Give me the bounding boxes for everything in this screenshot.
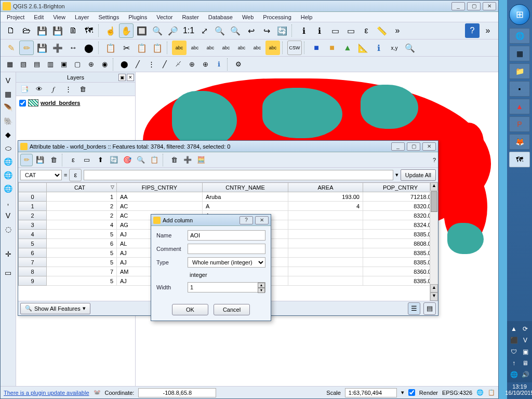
info-icon[interactable]: ℹ [371, 41, 386, 55]
toggle-editing-icon[interactable]: ✏ [19, 41, 34, 55]
copy-rows-icon[interactable]: 📋 [148, 154, 161, 166]
taskbar-powerpoint-icon[interactable]: P [509, 116, 530, 132]
filter-icon[interactable]: 𝑓 [47, 83, 60, 96]
crosshair-icon[interactable]: ✛ [2, 248, 15, 260]
close-button[interactable]: ✕ [255, 216, 269, 224]
split-icon[interactable]: ⸓ [172, 58, 184, 71]
cell-pop[interactable]: 8385.00 [363, 230, 438, 239]
zoom-out-icon[interactable]: 🔎 [166, 23, 180, 38]
zoom-native-icon[interactable]: 1:1 [181, 23, 196, 38]
add-delimited-icon[interactable]: ▢ [71, 58, 84, 71]
cell-cat[interactable]: 2 [47, 202, 117, 211]
taskbar-gimp-icon[interactable]: 🦊 [509, 134, 530, 150]
new-column-icon[interactable]: ➕ [181, 154, 194, 166]
row-header[interactable]: 5 [19, 239, 47, 248]
vertical-scrollbar[interactable]: ▲ ▲ ▼ [430, 182, 438, 301]
tray-icon[interactable]: 🖥 [521, 358, 530, 368]
scale-field[interactable]: 1:63,760,494 [345, 388, 397, 397]
cell-cat[interactable]: 1 [47, 192, 117, 202]
find-globe-icon[interactable]: 🔍 [403, 41, 417, 55]
current-edits-icon[interactable]: ✎ [4, 41, 18, 55]
cell-cat[interactable]: 5 [47, 230, 117, 239]
add-postgis-icon[interactable]: 🐘 [2, 115, 15, 127]
cell-area[interactable] [288, 276, 363, 286]
start-button[interactable]: ⊞ [509, 4, 530, 25]
cell-cat[interactable]: 7 [47, 267, 117, 276]
print-composer-icon[interactable]: 🗎 [66, 23, 81, 38]
identify-select-icon[interactable]: ℹ [312, 23, 327, 38]
menu-plugins[interactable]: Plugins [124, 13, 151, 21]
expression-icon[interactable]: ε [69, 169, 82, 181]
cell-cat[interactable]: 4 [47, 220, 117, 230]
cell-fips[interactable]: AA [117, 192, 203, 202]
label-icon[interactable]: abc [250, 41, 264, 55]
scroll-down-icon[interactable]: ▼ [430, 292, 438, 301]
label-icon[interactable]: abc [234, 41, 249, 55]
expand-icon[interactable]: ⋮ [62, 83, 74, 96]
log-icon[interactable]: 📋 [488, 389, 495, 396]
ok-button[interactable]: OK [172, 304, 208, 315]
tray-icon[interactable]: ⬛ [509, 336, 518, 345]
close-button[interactable]: ✕ [483, 2, 496, 10]
polygon-icon[interactable]: ▲ [340, 41, 355, 55]
overflow-icon[interactable]: » [481, 23, 495, 38]
color-curve-icon[interactable]: ■ [325, 41, 339, 55]
label-icon[interactable]: abc [172, 41, 187, 55]
dialog-titlebar[interactable]: Add column ? ✕ [151, 215, 271, 226]
browse-icon[interactable]: ▭ [2, 267, 15, 279]
open-project-icon[interactable]: 🗁 [19, 23, 34, 38]
cell-pop[interactable]: 71218.00 [363, 192, 438, 202]
label-icon[interactable]: abc [203, 41, 218, 55]
add-wms-icon[interactable]: 🌐 [2, 155, 15, 168]
delete-selected-icon[interactable]: 🗑 [47, 154, 60, 166]
table-row[interactable]: 12ACA48320.00 [19, 202, 438, 211]
save-as-icon[interactable]: 💾 [50, 23, 65, 38]
row-header[interactable]: 7 [19, 258, 47, 267]
delete-column-icon[interactable]: 🗑 [168, 154, 180, 166]
zoom-next-icon[interactable]: ↪ [259, 23, 274, 38]
tray-icon[interactable]: V [521, 336, 530, 345]
cell-area[interactable] [288, 248, 363, 258]
tray-icon[interactable]: ▣ [521, 347, 530, 356]
zoom-full-icon[interactable]: ⤢ [197, 23, 211, 38]
add-oracle-icon[interactable]: ◉ [98, 58, 111, 71]
scroll-up-icon[interactable]: ▲ [430, 284, 438, 292]
cell-cat[interactable]: 5 [47, 276, 117, 286]
taskbar-chrome-icon[interactable]: 🌐 [509, 28, 530, 44]
taskbar-clock[interactable]: 13:19 16/10/2015 [505, 382, 532, 399]
layer-visibility-checkbox[interactable] [19, 100, 26, 107]
cell-area[interactable] [288, 267, 363, 276]
cell-pop[interactable]: 8808.00 [363, 239, 438, 248]
row-header[interactable]: 3 [19, 220, 47, 230]
refresh-icon[interactable]: 🔄 [275, 23, 289, 38]
color-icon[interactable]: ■ [309, 41, 324, 55]
scale-dropdown-icon[interactable]: ▾ [401, 389, 404, 396]
table-row[interactable]: 01AAAruba193.0071218.00 [19, 192, 438, 202]
overflow-icon[interactable]: » [390, 23, 405, 38]
render-checkbox[interactable] [408, 389, 415, 396]
cell-area[interactable] [288, 239, 363, 248]
label-icon[interactable]: abc [219, 41, 233, 55]
menu-web[interactable]: Web [238, 13, 258, 21]
menu-edit[interactable]: Edit [30, 13, 48, 21]
save-project-icon[interactable]: 💾 [35, 23, 49, 38]
add-spatialite-icon[interactable]: 🪶 [2, 101, 15, 114]
offset-icon[interactable]: ╱ [158, 58, 171, 71]
add-raster-icon[interactable]: ▦ [2, 88, 15, 100]
help-whatsthis-icon[interactable]: ? [465, 23, 480, 38]
update-all-button[interactable]: Update All [401, 169, 436, 181]
merge-icon[interactable]: ⊕ [199, 58, 211, 71]
menu-vector[interactable]: Vector [152, 13, 177, 21]
expression-icon[interactable]: ε [359, 23, 374, 38]
taskbar-adobe-icon[interactable]: ▲ [509, 99, 530, 114]
layer-item[interactable]: world_borders [18, 98, 133, 108]
menu-settings[interactable]: Settings [94, 13, 123, 21]
zoom-sel-icon[interactable]: 🔍 [135, 154, 147, 166]
new-project-icon[interactable]: 🗋 [4, 23, 18, 38]
add-csv-icon[interactable]: , [2, 196, 15, 208]
column-header[interactable] [19, 183, 47, 192]
minimize-button[interactable]: _ [391, 142, 405, 151]
name-input[interactable] [188, 230, 265, 241]
add-oracle-icon[interactable]: ⬭ [2, 142, 15, 154]
taskbar-apps-icon[interactable]: ▦ [509, 46, 530, 61]
